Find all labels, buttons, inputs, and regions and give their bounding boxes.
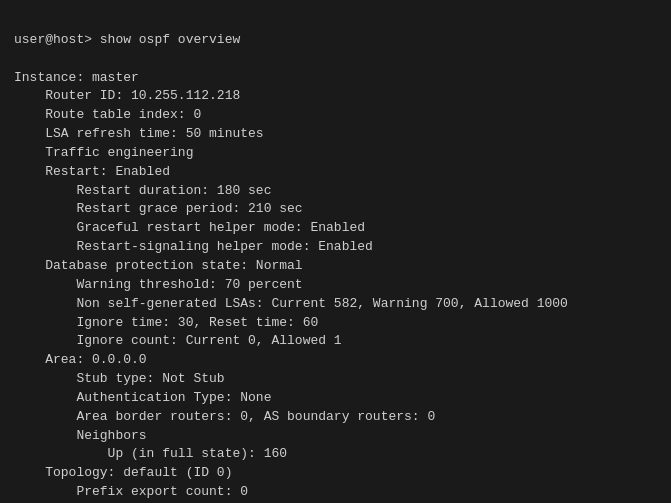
terminal-line: Neighbors [14, 427, 657, 446]
terminal-line: Restart-signaling helper mode: Enabled [14, 238, 657, 257]
terminal-line: user@host> show ospf overview [14, 31, 657, 50]
terminal-line: Ignore time: 30, Reset time: 60 [14, 314, 657, 333]
terminal-line: Prefix export count: 0 [14, 483, 657, 502]
terminal-line: Database protection state: Normal [14, 257, 657, 276]
terminal-line: Graceful restart helper mode: Enabled [14, 219, 657, 238]
terminal-line: Area: 0.0.0.0 [14, 351, 657, 370]
terminal-line: Warning threshold: 70 percent [14, 276, 657, 295]
terminal-line [14, 50, 657, 69]
terminal-line: LSA refresh time: 50 minutes [14, 125, 657, 144]
terminal-line: Stub type: Not Stub [14, 370, 657, 389]
terminal-output: user@host> show ospf overview Instance: … [14, 12, 657, 503]
terminal-line: Restart grace period: 210 sec [14, 200, 657, 219]
terminal-line: Area border routers: 0, AS boundary rout… [14, 408, 657, 427]
terminal-line: Non self-generated LSAs: Current 582, Wa… [14, 295, 657, 314]
terminal-line: Up (in full state): 160 [14, 445, 657, 464]
terminal-line: Topology: default (ID 0) [14, 464, 657, 483]
terminal-line: Restart: Enabled [14, 163, 657, 182]
terminal-line: Traffic engineering [14, 144, 657, 163]
terminal-line: Authentication Type: None [14, 389, 657, 408]
terminal-line: Route table index: 0 [14, 106, 657, 125]
terminal-line: Instance: master [14, 69, 657, 88]
terminal-line: Router ID: 10.255.112.218 [14, 87, 657, 106]
terminal-line: Restart duration: 180 sec [14, 182, 657, 201]
terminal-line: Ignore count: Current 0, Allowed 1 [14, 332, 657, 351]
